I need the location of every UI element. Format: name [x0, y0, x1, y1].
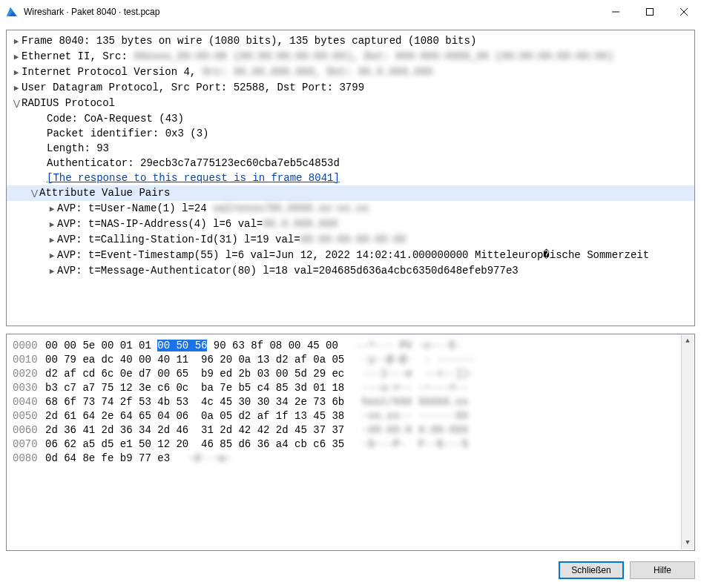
hex-line[interactable]: 00602d 36 41 2d 36 34 2d 46 31 2d 42 42 …	[13, 423, 688, 437]
vertical-scrollbar[interactable]: ▲ ▼	[681, 335, 694, 549]
hex-offset: 0060	[13, 423, 45, 437]
hex-bytes[interactable]: 2d 36 41 2d 36 34 2d 46 31 2d 42 42 2d 4…	[45, 423, 344, 437]
scroll-down-icon[interactable]: ▼	[682, 537, 694, 549]
hex-offset: 0000	[13, 339, 45, 353]
tree-eth-label: Ethernet II, Src: XXxxxx_XX:XX:XX (XX:XX…	[22, 49, 613, 64]
tree-radius-pktid[interactable]: Packet identifier: 0x3 (3)	[7, 126, 694, 141]
hex-ascii[interactable]: ·d···w·	[188, 452, 231, 466]
expand-icon[interactable]: ▶	[47, 264, 57, 279]
tree-avp4-label: AVP: t=Event-Timestamp(55) l=6 val=Jun 1…	[57, 248, 649, 262]
hex-ascii[interactable]: -XX-XX-X X-XX-XXX	[362, 423, 468, 437]
tree-response-link[interactable]: [The response to this request is in fram…	[7, 171, 694, 185]
svg-rect-0	[647, 8, 654, 15]
collapse-icon[interactable]: ⋁	[29, 186, 39, 201]
hex-ascii[interactable]: ·y··@·@· · ······	[362, 353, 474, 367]
hex-line[interactable]: 007006 62 a5 d5 e1 50 12 20 46 85 d6 36 …	[13, 437, 688, 452]
wireshark-icon	[6, 6, 18, 18]
expand-icon[interactable]: ▶	[11, 65, 22, 80]
tree-radius-length[interactable]: Length: 93	[7, 141, 694, 156]
maximize-button[interactable]	[633, 0, 667, 24]
hex-line[interactable]: 004068 6f 73 74 2f 53 4b 53 4c 45 30 30 …	[13, 395, 688, 409]
hex-offset: 0040	[13, 395, 45, 409]
hex-offset: 0070	[13, 437, 45, 452]
hex-bytes[interactable]: 68 6f 73 74 2f 53 4b 53 4c 45 30 30 34 2…	[45, 395, 344, 409]
hex-bytes[interactable]: 06 62 a5 d5 e1 50 12 20 46 85 d6 36 a4 c…	[45, 437, 344, 452]
hex-line[interactable]: 001000 79 ea dc 40 00 40 11 96 20 0a 13 …	[13, 353, 688, 367]
expand-icon[interactable]: ▶	[11, 50, 22, 65]
tree-avp-header-label: Attribute Value Pairs	[39, 185, 170, 200]
tree-udp-label: User Datagram Protocol, Src Port: 52588,…	[22, 80, 364, 95]
hex-bytes[interactable]: 00 79 ea dc 40 00 40 11 96 20 0a 13 d2 a…	[45, 353, 344, 367]
help-button[interactable]: Hilfe	[630, 561, 695, 579]
expand-icon[interactable]: ▶	[11, 34, 22, 49]
tree-ip-label: Internet Protocol Version 4, Src: XX.XX.…	[22, 65, 433, 79]
tree-pktid-label: Packet identifier: 0x3 (3)	[47, 126, 208, 141]
expand-icon[interactable]: ▶	[47, 202, 57, 217]
hex-ascii[interactable]: ···l···e ··+··])·	[362, 367, 474, 381]
expand-icon[interactable]: ▶	[47, 233, 57, 248]
packet-details-tree[interactable]: ▶ Frame 8040: 135 bytes on wire (1080 bi…	[6, 30, 695, 326]
tree-avp-nas-ip[interactable]: ▶ AVP: t=NAS-IP-Address(4) l=6 val=XX.X.…	[7, 217, 694, 232]
tree-code-label: Code: CoA-Request (43)	[47, 111, 184, 126]
tree-radius-code[interactable]: Code: CoA-Request (43)	[7, 111, 694, 126]
hex-bytes[interactable]: 2d 61 64 2e 64 65 04 06 0a 05 d2 af 1f 1…	[45, 409, 344, 423]
window-controls	[599, 0, 701, 24]
tree-radius-auth[interactable]: Authenticator: 29ecb3c7a775123ec60cba7eb…	[7, 156, 694, 171]
hex-line[interactable]: 00502d 61 64 2e 64 65 04 06 0a 05 d2 af …	[13, 409, 688, 423]
scroll-up-icon[interactable]: ▲	[682, 335, 694, 348]
hex-line[interactable]: 0030b3 c7 a7 75 12 3e c6 0c ba 7e b5 c4 …	[13, 381, 688, 395]
packet-bytes-hex[interactable]: 000000 00 5e 00 01 01 00 50 56 90 63 8f …	[6, 334, 695, 551]
hex-bytes[interactable]: 0d 64 8e fe b9 77 e3	[45, 452, 170, 466]
tree-radius[interactable]: ⋁ RADIUS Protocol	[7, 96, 694, 111]
tree-length-label: Length: 93	[47, 141, 109, 156]
expand-icon[interactable]: ▶	[11, 81, 22, 96]
hex-bytes[interactable]: d2 af cd 6c 0e d7 00 65 b9 ed 2b 03 00 5…	[45, 367, 344, 381]
tree-auth-label: Authenticator: 29ecb3c7a775123ec60cba7eb…	[47, 156, 340, 171]
expand-icon[interactable]: ▶	[47, 248, 57, 263]
close-button[interactable]: Schließen	[559, 561, 624, 579]
tree-udp[interactable]: ▶ User Datagram Protocol, Src Port: 5258…	[7, 80, 694, 96]
hex-offset: 0010	[13, 353, 45, 367]
hex-offset: 0020	[13, 367, 45, 381]
hex-offset: 0080	[13, 452, 45, 466]
tree-avp5-label: AVP: t=Message-Authenticator(80) l=18 va…	[57, 263, 519, 278]
tree-ip[interactable]: ▶ Internet Protocol Version 4, Src: XX.X…	[7, 65, 694, 80]
tree-frame[interactable]: ▶ Frame 8040: 135 bytes on wire (1080 bi…	[7, 33, 694, 49]
tree-avp-calling-station[interactable]: ▶ AVP: t=Calling-Station-Id(31) l=19 val…	[7, 232, 694, 248]
hex-line[interactable]: 0020d2 af cd 6c 0e d7 00 65 b9 ed 2b 03 …	[13, 367, 688, 381]
tree-avp-event-timestamp[interactable]: ▶ AVP: t=Event-Timestamp(55) l=6 val=Jun…	[7, 248, 694, 263]
tree-avp3-label: AVP: t=Calling-Station-Id(31) l=19 val=X…	[57, 232, 406, 247]
minimize-button[interactable]	[599, 0, 633, 24]
hex-bytes[interactable]: b3 c7 a7 75 12 3e c6 0c ba 7e b5 c4 85 3…	[45, 381, 344, 395]
tree-resp-link-label[interactable]: [The response to this request is in fram…	[47, 171, 340, 185]
tree-avp1-label: AVP: t=User-Name(1) l=24 val=xxxx/XX.XXX…	[57, 201, 369, 216]
tree-avp-header-row[interactable]: ⋁ Attribute Value Pairs	[7, 185, 694, 201]
hex-ascii[interactable]: host/XXX XXXXX.xx	[362, 395, 468, 409]
expand-icon[interactable]: ▶	[47, 217, 57, 232]
dialog-buttons: Schließen Hilfe	[6, 551, 695, 582]
hex-offset: 0030	[13, 381, 45, 395]
hex-line[interactable]: 00800d 64 8e fe b9 77 e3·d···w·	[13, 452, 688, 466]
tree-ethernet[interactable]: ▶ Ethernet II, Src: XXxxxx_XX:XX:XX (XX:…	[7, 49, 694, 65]
window-title: Wireshark · Paket 8040 · test.pcap	[24, 7, 159, 17]
hex-ascii[interactable]: ··^··· PV ·c···E·	[356, 339, 462, 353]
hex-ascii[interactable]: -xx.xx·· ······XX	[362, 409, 468, 423]
tree-avp-user-name[interactable]: ▶ AVP: t=User-Name(1) l=24 val=xxxx/XX.X…	[7, 201, 694, 217]
hex-line[interactable]: 000000 00 5e 00 01 01 00 50 56 90 63 8f …	[13, 339, 688, 353]
hex-ascii[interactable]: ·b···P· F··6···5	[362, 437, 468, 452]
tree-avp2-label: AVP: t=NAS-IP-Address(4) l=6 val=XX.X.XX…	[57, 217, 338, 231]
tree-radius-label: RADIUS Protocol	[22, 96, 115, 110]
hex-ascii[interactable]: ···u·>·· ·~···=··	[362, 381, 468, 395]
tree-frame-label: Frame 8040: 135 bytes on wire (1080 bits…	[22, 33, 476, 48]
titlebar[interactable]: Wireshark · Paket 8040 · test.pcap	[0, 0, 701, 24]
hex-bytes[interactable]: 00 00 5e 00 01 01 00 50 56 90 63 8f 08 0…	[45, 339, 338, 353]
close-window-button[interactable]	[667, 0, 701, 24]
tree-avp-message-auth[interactable]: ▶ AVP: t=Message-Authenticator(80) l=18 …	[7, 263, 694, 279]
hex-offset: 0050	[13, 409, 45, 423]
collapse-icon[interactable]: ⋁	[11, 96, 22, 111]
